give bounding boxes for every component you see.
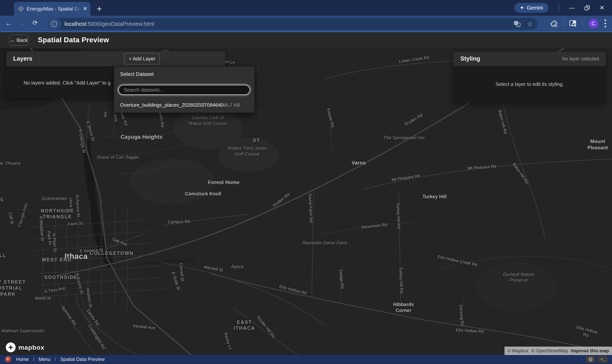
map-attribution: © Mapbox © OpenStreetMap Improve this ma… <box>505 347 612 355</box>
map-label: Walmart Supercenter <box>1 328 45 334</box>
map-label: ILL <box>0 253 6 259</box>
gemini-button[interactable]: ✦ Gemini <box>515 3 548 13</box>
breadcrumb: Home / Menu / Spatial Data Preview <box>16 357 105 362</box>
tab-close-icon[interactable]: ✕ <box>83 6 87 12</box>
attribution-mapbox-link[interactable]: © Mapbox <box>507 348 529 353</box>
map-label: Mount Pleasant <box>587 138 608 151</box>
map-label: Farm St <box>68 221 83 227</box>
browser-toolbar: ← → ⟳ i localhost:5000/geoDataPreview.ht… <box>0 16 612 32</box>
tab-favicon-globe-icon <box>18 6 24 12</box>
add-layer-button[interactable]: + Add Layer <box>124 53 160 65</box>
browser-menu-kebab-icon[interactable]: ••• <box>604 19 607 28</box>
map-label: EAST ITHACA <box>234 319 255 331</box>
map-label: Turkey Hill Rd <box>395 202 401 229</box>
map-label: ST <box>253 137 260 143</box>
url-path: :5000/geoDataPreview.html <box>86 21 154 27</box>
map-label: SOUTHSIDE <box>44 274 78 280</box>
back-nav-icon[interactable]: ← <box>5 19 12 27</box>
breadcrumb-home[interactable]: Home <box>16 357 29 362</box>
database-icon <box>588 357 593 362</box>
site-info-chip[interactable]: i <box>47 18 61 30</box>
window-minimize-button[interactable]: — <box>569 5 575 11</box>
breadcrumb-current[interactable]: Spatial Data Preview <box>60 357 105 362</box>
map-label: Cayuga Heights <box>120 133 162 140</box>
page-title: Spatial Data Preview <box>38 36 109 44</box>
map-label: Wood St <box>35 296 51 301</box>
page-header: ← Back Spatial Data Preview <box>0 32 612 48</box>
dropdown-title: Select Dataset <box>114 67 254 82</box>
url-text: localhost:5000/geoDataPreview.html <box>65 21 154 27</box>
forward-nav-icon[interactable]: → <box>19 19 26 27</box>
layers-empty-text: No layers added. Click "Add Layer" to g <box>24 80 110 86</box>
bottom-nav-bar: Home / Menu / Spatial Data Preview >_ <box>0 355 612 364</box>
map-label: Forest Home <box>208 179 239 186</box>
map-label: Reynolds Game Farm <box>302 240 347 246</box>
dataset-search-input[interactable] <box>118 85 250 95</box>
map-label: Campus Rd <box>168 219 190 225</box>
mapbox-wordmark: mapbox <box>18 344 44 351</box>
sparkle-icon: ✦ <box>520 5 524 11</box>
map-label: Hibbards Corner <box>393 301 414 313</box>
breadcrumb-menu[interactable]: Menu <box>39 357 51 362</box>
gemini-label: Gemini <box>527 5 543 11</box>
map-label: Agava <box>231 264 243 269</box>
map-label: Comstock Knoll <box>185 191 221 197</box>
map-label: The Springwater Inn <box>383 135 425 141</box>
layers-panel-title: Layers <box>13 55 32 62</box>
svg-text:x: x <box>518 24 519 26</box>
window-close-button[interactable]: ✕ <box>599 5 604 11</box>
info-icon: i <box>51 21 57 27</box>
map-label: Turkey Hill <box>423 194 447 200</box>
extensions-puzzle-icon[interactable] <box>550 20 557 27</box>
app-logo-icon <box>5 356 11 363</box>
map-label: Turkey Hill Rd <box>398 267 404 293</box>
map-label: RRY STREET DUSTRIAL PARK <box>0 279 26 297</box>
select-dataset-dropdown: Select Dataset Overture_buildings_places… <box>114 67 254 113</box>
back-button[interactable]: ← Back <box>9 35 28 46</box>
url-host: localhost <box>65 21 86 27</box>
styling-empty-text: Select a layer to edit its styling. <box>453 81 606 87</box>
reload-icon[interactable]: ⟳ <box>32 19 38 26</box>
terminal-button[interactable]: >_ <box>598 356 608 363</box>
styling-panel: Styling No layer selected Select a layer… <box>453 52 606 103</box>
improve-this-map-link[interactable]: Improve this map <box>571 348 609 353</box>
tab-title: EnergyAtlas - Spatial Data Pre <box>27 6 81 12</box>
styling-panel-title: Styling <box>460 55 480 62</box>
map-label: Varna <box>351 160 366 166</box>
breadcrumb-separator: / <box>55 357 56 362</box>
mapbox-logo-icon <box>5 342 16 353</box>
data-inspector-button[interactable] <box>585 356 596 363</box>
dataset-name: Overture_buildings_places_20260203T09464… <box>120 102 224 108</box>
new-tab-button[interactable]: + <box>97 3 102 14</box>
profile-avatar[interactable]: C <box>589 19 598 28</box>
map-label: Game Farm Rd <box>307 194 314 222</box>
dataset-list-item[interactable]: Overture_buildings_places_20260203T09464… <box>114 98 254 113</box>
map-label: Country Club of Ithaca Golf Course <box>188 115 227 126</box>
map-label: Durland Nature Preserve <box>503 272 534 283</box>
browser-tab-strip: EnergyAtlas - Spatial Data Pre ✕ + ✦ Gem… <box>0 0 612 16</box>
url-bar[interactable]: i localhost:5000/geoDataPreview.html G x… <box>47 18 537 30</box>
divider <box>582 20 583 27</box>
map-canvas[interactable]: IthacaCayuga HeightsForest HomeVarnaTurk… <box>0 48 612 355</box>
window-restore-button[interactable] <box>585 5 590 10</box>
mapbox-logo[interactable]: mapbox <box>5 342 44 353</box>
dataset-size: 95.7 KB <box>224 103 240 108</box>
divider <box>563 20 564 27</box>
bookmark-star-icon[interactable]: ☆ <box>527 20 533 28</box>
map-label: Robert Trent Jones Golf Course <box>227 145 266 157</box>
map-label: WEST END <box>42 257 71 263</box>
map-label: Grave of Carl Sagan <box>97 154 139 160</box>
map-label: Utica St <box>68 197 74 213</box>
attribution-osm-link[interactable]: © OpenStreetMap <box>531 348 568 353</box>
side-panel-search-icon[interactable] <box>569 20 577 27</box>
translate-icon[interactable]: G x <box>514 21 520 27</box>
map-label: Sciencenter <box>41 195 67 202</box>
breadcrumb-separator: / <box>33 357 34 362</box>
divider <box>559 4 559 12</box>
map-label: gar Theatre <box>0 160 21 166</box>
styling-status: No layer selected <box>562 56 599 62</box>
map-label: Ha <box>103 111 108 117</box>
browser-tab[interactable]: EnergyAtlas - Spatial Data Pre ✕ <box>14 2 91 16</box>
